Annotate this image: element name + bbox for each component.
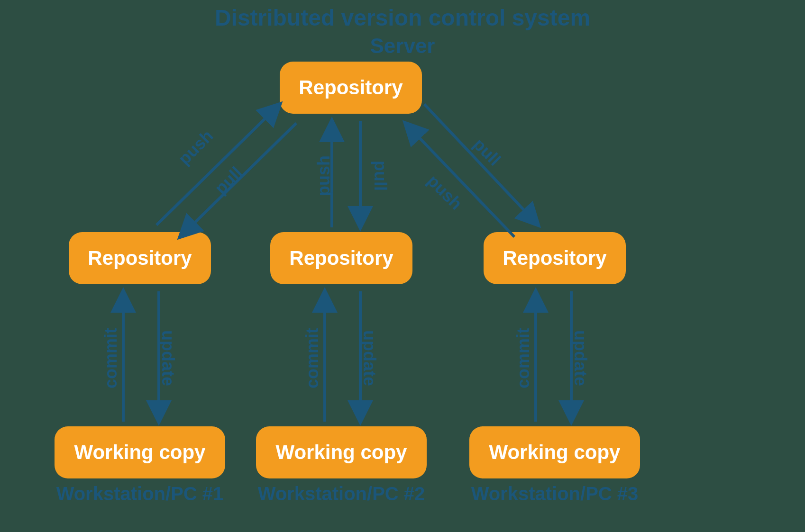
- repo-1-box: Repository: [69, 232, 211, 284]
- edge-label-update-2: update: [359, 330, 379, 386]
- edge-label-pull-2: pull: [370, 161, 390, 191]
- repo-1-label: Repository: [88, 247, 192, 270]
- arrow-push-1: [156, 104, 280, 225]
- server-label: Server: [0, 34, 805, 58]
- arrow-pull-3: [424, 104, 538, 225]
- edge-label-commit-3: commit: [513, 328, 533, 388]
- diagram-title: Distributed version control system: [0, 5, 805, 31]
- edge-label-update-1: update: [158, 330, 178, 386]
- working-copy-3-label: Working copy: [489, 441, 621, 464]
- server-repository-box: Repository: [280, 62, 422, 114]
- arrow-push-3: [405, 123, 514, 237]
- repo-3-box: Repository: [484, 232, 626, 284]
- repo-2-box: Repository: [270, 232, 412, 284]
- server-repository-label: Repository: [299, 76, 402, 99]
- working-copy-3-box: Working copy: [469, 426, 640, 478]
- working-copy-2-box: Working copy: [256, 426, 427, 478]
- working-copy-1-label: Working copy: [74, 441, 206, 464]
- edge-label-push-1: push: [174, 126, 218, 169]
- working-copy-2-label: Working copy: [276, 441, 407, 464]
- repo-2-label: Repository: [289, 247, 393, 270]
- edge-label-commit-2: commit: [302, 328, 322, 388]
- edge-label-push-2: push: [314, 155, 334, 196]
- edge-label-pull-3: pull: [469, 135, 505, 170]
- edge-label-commit-1: commit: [101, 328, 121, 388]
- edge-label-pull-1: pull: [211, 163, 247, 198]
- edge-label-push-3: push: [423, 171, 467, 214]
- workstation-3-caption: Workstation/PC #3: [455, 483, 654, 505]
- edge-label-update-3: update: [570, 330, 590, 386]
- working-copy-1-box: Working copy: [55, 426, 225, 478]
- repo-3-label: Repository: [503, 247, 606, 270]
- workstation-1-caption: Workstation/PC #1: [40, 483, 239, 505]
- workstation-2-caption: Workstation/PC #2: [242, 483, 441, 505]
